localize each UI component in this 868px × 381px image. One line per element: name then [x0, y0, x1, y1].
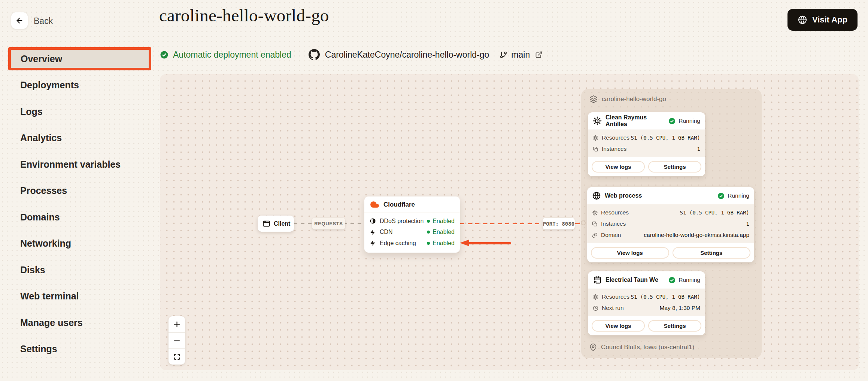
instances-icon	[593, 146, 598, 152]
process-card-body: Resources S1 (0.5 CPU, 1 GB RAM) Instanc…	[588, 129, 705, 157]
status-text: Enabled	[433, 240, 455, 247]
next-run-row: Next run May 8, 1:30 PM	[593, 302, 700, 314]
process-card-web: Web process Running Resources S1 (0.5 CP…	[587, 187, 754, 262]
row-value: S1 (0.5 CPU, 1 GB RAM)	[631, 135, 700, 141]
repo-name: CarolineKateCoyne/caroline-hello-world-g…	[325, 50, 489, 60]
settings-button[interactable]: Settings	[673, 247, 751, 259]
status-dot	[427, 231, 430, 234]
fit-view-button[interactable]	[169, 348, 185, 365]
sidebar-item-label: Overview	[21, 54, 62, 64]
feature-status: Enabled	[427, 240, 455, 247]
page-title: caroline-hello-world-go	[159, 5, 329, 25]
instances-icon	[592, 221, 598, 227]
sidebar-item-label: Disks	[20, 265, 45, 275]
branch-link[interactable]: main	[500, 50, 543, 60]
location-text: Council Bluffs, Iowa (us-central1)	[601, 344, 694, 351]
row-value: 1	[697, 146, 700, 152]
calendar-clock-icon	[593, 275, 602, 284]
annotation-arrow	[460, 240, 511, 247]
sidebar-item-domains[interactable]: Domains	[0, 204, 154, 231]
lightning-icon	[370, 240, 376, 246]
external-link-icon[interactable]	[535, 51, 543, 58]
instances-row: Instances 1	[593, 143, 700, 155]
feature-status: Enabled	[427, 218, 455, 225]
sidebar-item-label: Manage users	[20, 317, 83, 328]
settings-button[interactable]: Settings	[648, 320, 701, 332]
sidebar-item-disks[interactable]: Disks	[0, 257, 154, 283]
cloudflare-row-ddos: DDoS protection Enabled	[370, 216, 455, 227]
sidebar-item-label: Environment variables	[20, 159, 121, 170]
process-card-worker: Clean Raymus Antilles Running Resources …	[588, 112, 705, 176]
layers-icon	[589, 95, 598, 103]
visit-app-button[interactable]: Visit App	[787, 9, 858, 31]
process-card-header: Electrical Taun We Running	[588, 271, 705, 289]
resources-row: Resources S1 (0.5 CPU, 1 GB RAM)	[592, 207, 749, 218]
link-icon	[592, 232, 598, 238]
resources-row: Resources S1 (0.5 CPU, 1 GB RAM)	[593, 291, 700, 302]
row-label: Resources	[602, 293, 629, 300]
connection-line-port-panel	[575, 223, 580, 224]
requests-label: REQUESTS	[312, 218, 345, 229]
sidebar-item-logs[interactable]: Logs	[0, 98, 154, 125]
sidebar-item-label: Logs	[20, 106, 43, 117]
cloudflare-card-body: DDoS protection Enabled CDN Enabled Edge…	[364, 213, 460, 253]
arrow-left-icon	[15, 16, 24, 25]
cloudflare-card[interactable]: Cloudflare DDoS protection Enabled CDN E…	[364, 196, 460, 253]
visit-app-label: Visit App	[812, 15, 847, 25]
zoom-out-button[interactable]	[169, 332, 185, 348]
back-button[interactable]	[11, 12, 28, 29]
domain-row: Domain caroline-hello-world-go-ekmss.kin…	[592, 229, 749, 241]
view-logs-button[interactable]: View logs	[592, 320, 645, 332]
sidebar-item-processes[interactable]: Processes	[0, 178, 154, 204]
sidebar-item-label: Settings	[20, 344, 57, 354]
feature-label: Edge caching	[380, 240, 416, 247]
sidebar-item-environment-variables[interactable]: Environment variables	[0, 151, 154, 178]
sidebar-item-manage-users[interactable]: Manage users	[0, 310, 154, 336]
sidebar-item-label: Networking	[20, 238, 71, 249]
back-label[interactable]: Back	[34, 16, 53, 26]
cloudflare-cloud-icon	[370, 200, 379, 209]
status-text: Running	[679, 118, 700, 124]
check-circle-icon	[668, 118, 676, 125]
shield-contrast-icon	[370, 218, 376, 224]
process-title: Web process	[605, 192, 642, 199]
auto-deploy-label: Automatic deployment enabled	[173, 50, 291, 60]
auto-deploy-status: Automatic deployment enabled	[160, 50, 291, 60]
process-card-footer: View logs Settings	[588, 157, 705, 176]
zoom-controls	[169, 316, 185, 365]
settings-button[interactable]: Settings	[648, 161, 701, 173]
view-logs-button[interactable]: View logs	[592, 161, 645, 173]
row-value: S1 (0.5 CPU, 1 GB RAM)	[631, 294, 700, 300]
sidebar-item-networking[interactable]: Networking	[0, 231, 154, 257]
status-text: Running	[728, 192, 749, 199]
app-root: Back caroline-hello-world-go Visit App A…	[0, 0, 868, 381]
check-circle-icon	[160, 51, 169, 59]
sidebar-item-deployments[interactable]: Deployments	[0, 72, 154, 99]
annotation-arrow-head	[460, 240, 469, 246]
cloudflare-card-header: Cloudflare	[364, 196, 460, 213]
feature-label: CDN	[380, 229, 393, 235]
sidebar-item-web-terminal[interactable]: Web terminal	[0, 283, 154, 310]
sidebar-item-settings[interactable]: Settings	[0, 336, 154, 363]
panel-header: caroline-hello-world-go	[589, 95, 666, 103]
annotation-arrow-shaft	[467, 242, 511, 244]
view-logs-button[interactable]: View logs	[591, 247, 669, 259]
sidebar-item-analytics[interactable]: Analytics	[0, 125, 154, 152]
resources-row: Resources S1 (0.5 CPU, 1 GB RAM)	[593, 132, 700, 143]
row-label: Next run	[602, 305, 624, 311]
client-node[interactable]: Client	[258, 216, 294, 232]
minus-icon	[173, 337, 181, 345]
deployment-diagram-canvas[interactable]: Client REQUESTS PORT: 8080 Cloudflare DD…	[160, 74, 859, 370]
fullscreen-icon	[173, 353, 180, 360]
process-title: Electrical Taun We	[606, 277, 658, 283]
gear-small-icon	[593, 294, 598, 300]
status-badge: Running	[717, 192, 749, 199]
repo-link[interactable]: CarolineKateCoyne/caroline-hello-world-g…	[309, 49, 489, 60]
panel-title: caroline-hello-world-go	[602, 95, 666, 103]
zoom-in-button[interactable]	[169, 316, 185, 332]
sidebar-nav: Overview Deployments Logs Analytics Envi…	[0, 46, 154, 362]
row-value: May 8, 1:30 PM	[659, 305, 700, 311]
sidebar-item-overview[interactable]: Overview	[0, 46, 154, 72]
map-pin-icon	[589, 344, 597, 351]
connector-dot	[581, 220, 586, 225]
